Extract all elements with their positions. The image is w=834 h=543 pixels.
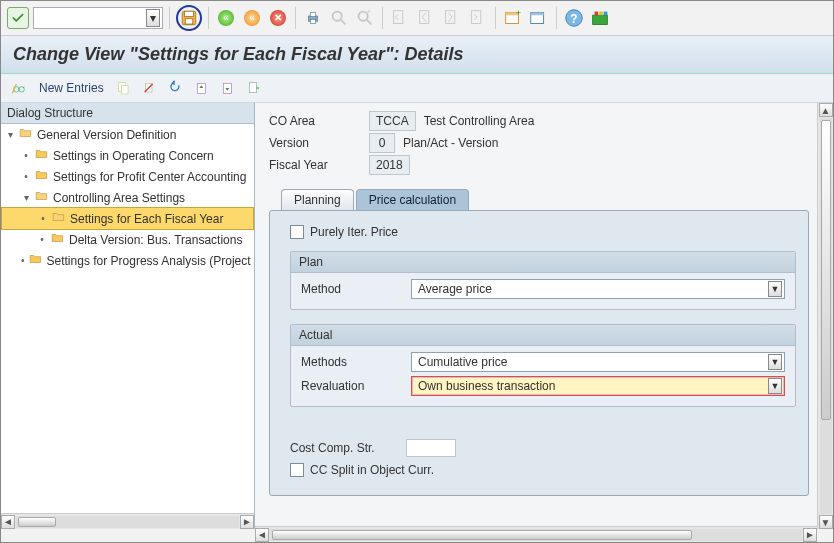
scroll-track[interactable] bbox=[820, 118, 832, 514]
version-code: 0 bbox=[369, 133, 395, 153]
command-field-dropdown[interactable]: ▾ bbox=[146, 9, 160, 27]
cancel-button[interactable]: ✕ bbox=[267, 7, 289, 29]
first-page-icon bbox=[389, 7, 411, 29]
plan-group: Plan Method Average price ▼ bbox=[290, 251, 796, 310]
actual-methods-value: Cumulative price bbox=[418, 355, 507, 369]
svg-rect-5 bbox=[310, 19, 315, 23]
svg-rect-2 bbox=[185, 19, 193, 24]
scroll-right-icon[interactable]: ► bbox=[803, 528, 817, 542]
print-button[interactable] bbox=[302, 7, 324, 29]
svg-rect-34 bbox=[249, 83, 256, 93]
last-page-icon bbox=[467, 7, 489, 29]
page-down-icon bbox=[220, 80, 236, 96]
enter-button[interactable] bbox=[7, 7, 29, 29]
tree-label: Controlling Area Settings bbox=[53, 191, 185, 205]
generate-shortcut-button[interactable] bbox=[528, 7, 550, 29]
command-field[interactable]: ▾ bbox=[33, 7, 163, 29]
tab-price-calculation[interactable]: Price calculation bbox=[356, 189, 469, 210]
svg-text:+: + bbox=[516, 8, 521, 18]
folder-icon bbox=[29, 252, 43, 269]
toolbar-sep bbox=[556, 7, 557, 29]
svg-rect-1 bbox=[185, 11, 194, 16]
plan-method-value: Average price bbox=[418, 282, 492, 296]
dialog-structure-header: Dialog Structure bbox=[1, 103, 254, 124]
bullet-icon: • bbox=[38, 214, 48, 224]
exit-button[interactable]: « bbox=[241, 7, 263, 29]
tab-planning[interactable]: Planning bbox=[281, 189, 354, 210]
tree-node-general-version[interactable]: ▾ General Version Definition bbox=[1, 124, 254, 145]
folder-icon bbox=[35, 168, 49, 185]
scroll-thumb[interactable] bbox=[272, 530, 692, 540]
toolbar-sep bbox=[295, 7, 296, 29]
shortcut-icon bbox=[528, 7, 550, 29]
find-button bbox=[328, 7, 350, 29]
layout-icon bbox=[589, 7, 611, 29]
new-entries-button[interactable]: New Entries bbox=[35, 79, 108, 97]
cost-comp-str-input[interactable] bbox=[406, 439, 456, 457]
tree-node-profit-center[interactable]: • Settings for Profit Center Accounting bbox=[1, 166, 254, 187]
svg-line-7 bbox=[341, 20, 346, 25]
tree-label: Delta Version: Bus. Transactions bbox=[69, 233, 242, 247]
tree-node-progress-analysis[interactable]: • Settings for Progress Analysis (Projec… bbox=[1, 250, 254, 271]
scroll-up-icon[interactable]: ▲ bbox=[819, 103, 833, 117]
plan-method-select[interactable]: Average price ▼ bbox=[411, 279, 785, 299]
plan-group-header: Plan bbox=[291, 252, 795, 273]
scroll-track[interactable] bbox=[270, 529, 802, 541]
scroll-down-icon[interactable]: ▼ bbox=[819, 515, 833, 529]
select-all-extra-button[interactable] bbox=[244, 78, 264, 98]
undo-button[interactable] bbox=[166, 78, 186, 98]
print-icon bbox=[305, 10, 321, 26]
back-button[interactable]: « bbox=[215, 7, 237, 29]
scroll-thumb[interactable] bbox=[18, 517, 56, 527]
expand-icon: ▾ bbox=[21, 193, 31, 203]
prev-entry-button[interactable] bbox=[192, 78, 212, 98]
tabpage-price-calculation: Purely Iter. Price Plan Method Average p… bbox=[269, 210, 809, 496]
actual-group-header: Actual bbox=[291, 325, 795, 346]
details-horizontal-scrollbar[interactable]: ◄ ► bbox=[255, 526, 817, 542]
delete-button[interactable] bbox=[140, 78, 160, 98]
cost-comp-str-label: Cost Comp. Str. bbox=[290, 441, 400, 455]
fiscal-year-label: Fiscal Year bbox=[269, 158, 369, 172]
toolbar-sep bbox=[208, 7, 209, 29]
chevron-down-icon: ▼ bbox=[768, 354, 782, 370]
next-entry-button[interactable] bbox=[218, 78, 238, 98]
scroll-left-icon[interactable]: ◄ bbox=[1, 515, 15, 529]
actual-methods-select[interactable]: Cumulative price ▼ bbox=[411, 352, 785, 372]
toggle-display-change-button[interactable] bbox=[9, 78, 29, 98]
purely-iter-price-checkbox[interactable] bbox=[290, 225, 304, 239]
bullet-icon: • bbox=[21, 256, 25, 266]
tree-node-controlling-area[interactable]: ▾ Controlling Area Settings bbox=[1, 187, 254, 208]
revaluation-value: Own business transaction bbox=[418, 379, 555, 393]
scroll-left-icon[interactable]: ◄ bbox=[255, 528, 269, 542]
revaluation-select[interactable]: Own business transaction ▼ bbox=[411, 376, 785, 396]
cc-split-label: CC Split in Object Curr. bbox=[310, 463, 434, 477]
page-title: Change View "Settings for Each Fiscal Ye… bbox=[1, 35, 833, 74]
tree-label: Settings for Profit Center Accounting bbox=[53, 170, 246, 184]
tree-node-settings-fiscal-year[interactable]: • Settings for Each Fiscal Year bbox=[1, 207, 254, 230]
bullet-icon: • bbox=[37, 235, 47, 245]
tree-horizontal-scrollbar[interactable]: ◄ ► bbox=[1, 513, 254, 529]
version-text: Plan/Act - Version bbox=[403, 136, 498, 150]
new-session-icon: + bbox=[502, 7, 524, 29]
copy-as-button[interactable] bbox=[114, 78, 134, 98]
find-next-button: + bbox=[354, 7, 376, 29]
customize-layout-button[interactable] bbox=[589, 7, 611, 29]
cancel-icon: ✕ bbox=[270, 10, 286, 26]
save-button[interactable] bbox=[176, 5, 202, 31]
fiscal-year-code: 2018 bbox=[369, 155, 410, 175]
folder-open-icon bbox=[35, 189, 49, 206]
undo-icon bbox=[168, 80, 184, 96]
tree-node-delta-version[interactable]: • Delta Version: Bus. Transactions bbox=[1, 229, 254, 250]
scroll-track[interactable] bbox=[16, 516, 239, 528]
new-session-button[interactable]: + bbox=[502, 7, 524, 29]
svg-rect-24 bbox=[599, 12, 603, 16]
tree-node-operating-concern[interactable]: • Settings in Operating Concern bbox=[1, 145, 254, 166]
details-vertical-scrollbar[interactable]: ▲ ▼ bbox=[817, 103, 833, 529]
find-next-icon: + bbox=[354, 7, 376, 29]
version-label: Version bbox=[269, 136, 369, 150]
folder-icon bbox=[35, 147, 49, 164]
help-button[interactable]: ? bbox=[563, 7, 585, 29]
scroll-right-icon[interactable]: ► bbox=[240, 515, 254, 529]
cc-split-checkbox[interactable] bbox=[290, 463, 304, 477]
scroll-thumb[interactable] bbox=[821, 120, 831, 420]
